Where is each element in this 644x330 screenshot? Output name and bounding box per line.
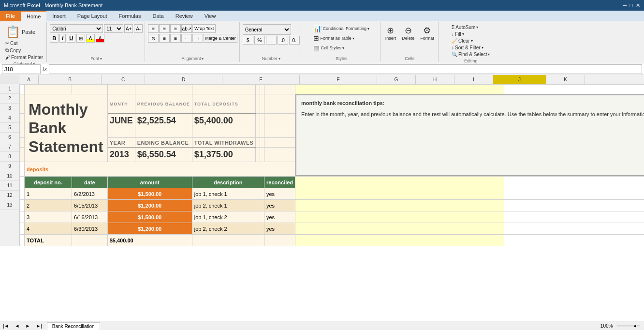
dep3-date[interactable]: 6/16/2013 xyxy=(72,211,108,223)
cell-i3[interactable] xyxy=(264,114,295,128)
tab-review[interactable]: Review xyxy=(170,11,199,21)
cell-g6[interactable] xyxy=(256,148,260,162)
cell-a13[interactable] xyxy=(20,235,25,246)
dep4-no[interactable]: 4 xyxy=(25,223,72,235)
minimize-btn[interactable]: ─ xyxy=(623,2,627,9)
clear-btn[interactable]: 🧹 Clear ▾ xyxy=(450,38,474,44)
dep4-date[interactable]: 6/30/2013 xyxy=(72,223,108,235)
cell-h5[interactable] xyxy=(260,138,264,148)
col-header-j[interactable]: J xyxy=(493,75,546,84)
decimal-increase-btn[interactable]: .0 xyxy=(278,36,288,45)
cell-a5[interactable] xyxy=(20,138,25,148)
cell-k8[interactable] xyxy=(504,177,644,188)
cell-i1[interactable] xyxy=(264,85,295,94)
dep1-rec[interactable]: yes xyxy=(264,188,295,200)
tab-page-layout[interactable]: Page Layout xyxy=(72,11,113,21)
header-description[interactable]: description xyxy=(192,177,264,188)
formula-input[interactable] xyxy=(49,64,642,74)
dep2-no[interactable]: 2 xyxy=(25,200,72,211)
year-value[interactable]: 2013 xyxy=(107,148,135,162)
cell-a12[interactable] xyxy=(20,223,25,235)
align-top-center-btn[interactable]: ≡ xyxy=(159,24,170,33)
cell-f1[interactable] xyxy=(192,85,255,94)
cell-a1[interactable] xyxy=(20,85,25,94)
dep1-desc[interactable]: job 1, check 1 xyxy=(192,188,264,200)
decimal-decrease-btn[interactable]: 0. xyxy=(289,36,300,45)
row-7[interactable]: 7 xyxy=(0,142,19,152)
cell-k1[interactable] xyxy=(504,85,644,94)
row-13[interactable]: 13 xyxy=(0,200,19,210)
cell-a9[interactable] xyxy=(20,188,25,200)
angle-text-btn[interactable]: ab↗ xyxy=(181,24,192,33)
prev-balance-label[interactable]: PREVIOUS BALANCE xyxy=(135,94,192,114)
cell-g3[interactable] xyxy=(256,114,260,128)
cell-g2[interactable] xyxy=(256,94,260,114)
cell-c13[interactable] xyxy=(72,235,108,246)
spreadsheet-title[interactable]: MonthlyBankStatement xyxy=(25,94,108,162)
ending-balance-value[interactable]: $6,550.54 xyxy=(135,148,192,162)
row-5[interactable]: 5 xyxy=(0,123,19,133)
format-as-table-btn[interactable]: ⊞ Format as Table ▾ xyxy=(312,34,355,43)
cell-b1[interactable] xyxy=(25,85,72,94)
cell-f4[interactable] xyxy=(192,128,255,138)
cell-e13[interactable] xyxy=(192,235,264,246)
dep1-amount[interactable]: $1,500.00 xyxy=(107,188,192,200)
cell-styles-btn[interactable]: ▦ Cell Styles ▾ xyxy=(312,44,346,52)
cell-i4[interactable] xyxy=(264,128,295,138)
font-family-select[interactable]: Calibri xyxy=(50,24,103,33)
cell-g4[interactable] xyxy=(256,128,260,138)
fill-btn[interactable]: ↓ Fill ▾ xyxy=(450,31,466,37)
cell-i5[interactable] xyxy=(264,138,295,148)
tab-data[interactable]: Data xyxy=(146,11,169,21)
col-header-d[interactable]: D xyxy=(145,75,222,84)
format-painter-button[interactable]: 🖌 Format Painter xyxy=(4,54,44,60)
cell-k12[interactable] xyxy=(504,223,644,235)
cell-a6[interactable] xyxy=(20,148,25,162)
total-deposits-value[interactable]: $5,400.00 xyxy=(192,114,255,128)
font-size-select[interactable]: 11 xyxy=(104,24,123,33)
cell-h2[interactable] xyxy=(260,94,264,114)
cut-button[interactable]: ✂ Cut xyxy=(4,40,19,46)
col-header-k[interactable]: K xyxy=(546,75,585,84)
cell-c1[interactable] xyxy=(72,85,108,94)
col-header-e[interactable]: E xyxy=(222,75,300,84)
total-withdrawls-value[interactable]: $1,375.00 xyxy=(192,148,255,162)
format-btn[interactable]: ⚙ Format xyxy=(418,24,436,42)
cell-a3[interactable] xyxy=(20,114,25,128)
font-size-decrease-btn[interactable]: A- xyxy=(134,24,143,33)
cell-h4[interactable] xyxy=(260,128,264,138)
total-value[interactable]: $5,400.00 xyxy=(107,235,192,246)
italic-button[interactable]: I xyxy=(59,34,66,43)
col-header-i[interactable]: I xyxy=(454,75,493,84)
cell-d4[interactable] xyxy=(107,128,135,138)
cell-a10[interactable] xyxy=(20,200,25,211)
cell-h1[interactable] xyxy=(260,85,264,94)
col-header-a[interactable]: A xyxy=(19,75,39,84)
dep2-rec[interactable]: yes xyxy=(264,200,295,211)
row-11[interactable]: 11 xyxy=(0,181,19,191)
tab-formulas[interactable]: Formulas xyxy=(113,11,147,21)
col-header-b[interactable]: B xyxy=(39,75,102,84)
cell-reference-input[interactable] xyxy=(2,64,41,74)
cell-a2[interactable] xyxy=(20,94,25,114)
cell-g1[interactable] xyxy=(256,85,260,94)
copy-button[interactable]: ⧉ Copy xyxy=(4,47,22,54)
cell-i6[interactable] xyxy=(264,148,295,162)
cell-a7[interactable] xyxy=(20,162,25,177)
row-10[interactable]: 10 xyxy=(0,171,19,181)
sheet-nav-first[interactable]: |◄ xyxy=(0,322,12,330)
dep4-rec[interactable]: yes xyxy=(264,223,295,235)
row-6[interactable]: 6 xyxy=(0,133,19,142)
row-2[interactable]: 2 xyxy=(0,94,19,104)
autosum-btn[interactable]: Σ AutoSum ▾ xyxy=(450,24,480,30)
number-format-select[interactable]: General xyxy=(243,24,291,35)
header-reconciled[interactable]: reconciled xyxy=(264,177,295,188)
cell-a4[interactable] xyxy=(20,128,25,138)
cell-j11[interactable] xyxy=(295,211,504,223)
cell-j8[interactable] xyxy=(295,177,504,188)
tab-file[interactable]: File xyxy=(0,11,21,21)
align-right-btn[interactable]: ≡ xyxy=(170,34,181,43)
deposits-title[interactable]: deposits xyxy=(25,162,295,177)
conditional-formatting-btn[interactable]: 📊 Conditional Formatting ▾ xyxy=(312,24,371,33)
prev-balance-value[interactable]: $2,525.54 xyxy=(135,114,192,128)
